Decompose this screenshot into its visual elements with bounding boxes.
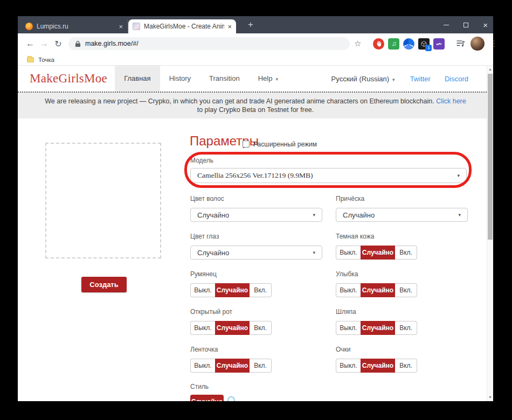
hairstyle-select[interactable]: Случайно▾ [336, 208, 468, 222]
scroll-up-icon[interactable]: ▲ [487, 67, 493, 71]
control-ribbon: Ленточка Выкл. Случайно Вкл. [190, 346, 322, 373]
toggle-option-random[interactable]: Случайно [215, 359, 250, 373]
page-scrollbar[interactable]: ▲ ▼ [487, 66, 493, 401]
toggle-option-random[interactable]: Случайно [361, 246, 395, 260]
chevron-down-icon: ▾ [313, 250, 315, 255]
reload-icon[interactable]: ↻ [51, 39, 65, 49]
tab-lumpics[interactable]: Lumpics.ru × [21, 19, 128, 33]
close-icon[interactable]: × [483, 21, 488, 29]
toggle-option-off[interactable]: Выкл. [336, 359, 361, 373]
toggle-option-random[interactable]: Случайно [361, 321, 395, 335]
nav-item-help[interactable]: Help▾ [249, 66, 287, 92]
glasses-toggle: Выкл. Случайно Вкл. [336, 359, 468, 373]
tab-close-icon[interactable]: × [119, 23, 123, 31]
toggle-option-on[interactable]: Вкл. [395, 321, 417, 335]
globe-extension-icon[interactable] [403, 38, 414, 50]
extension-icons: ♫ 1 [373, 38, 445, 50]
cube-extension-icon[interactable]: 1 [418, 38, 430, 50]
toggle-option-random[interactable]: Случайно [215, 321, 250, 335]
style-slider-handle[interactable] [227, 396, 235, 401]
ribbon-toggle: Выкл. Случайно Вкл. [190, 359, 322, 373]
model-value: Camellia 256x256 Ver.171219 (9.9MB) [197, 171, 313, 180]
generate-button[interactable]: Создать [81, 277, 127, 292]
control-glasses: Очки Выкл. Случайно Вкл. [336, 346, 468, 373]
style-label: Стиль [190, 383, 209, 390]
language-selector[interactable]: Русский (Russian)▾ [331, 75, 395, 83]
bookmark-star-icon[interactable]: ☆ [354, 39, 361, 48]
tab-close-icon[interactable]: × [227, 23, 232, 31]
extension-badge: 1 [425, 45, 432, 51]
control-open-mouth: Открытый рот Выкл. Случайно Вкл. [190, 308, 322, 335]
toggle-option-random[interactable]: Случайно [361, 359, 395, 373]
maximize-icon[interactable] [463, 23, 468, 27]
scroll-down-icon[interactable]: ▼ [487, 395, 493, 399]
controls-grid: Цвет волос Случайно▾ Причёска Случайно▾ … [190, 195, 468, 373]
main-nav: Главная History Transition Help▾ [115, 66, 287, 92]
music-extension-icon[interactable]: ♫ [388, 38, 399, 50]
announcement-banner: We are releasing a new project — Crypko,… [18, 92, 493, 118]
nav-item-home[interactable]: Главная [115, 66, 160, 92]
chevron-down-icon: ▾ [458, 212, 461, 218]
toggle-option-on[interactable]: Вкл. [250, 283, 272, 297]
forward-icon: → [37, 39, 51, 48]
chrome-menu-icon[interactable]: ⋮ [490, 39, 498, 48]
site-logo[interactable]: MakeGirlsMoe [30, 72, 107, 86]
chevron-down-icon: ▾ [275, 76, 278, 82]
page-content: MakeGirlsMoe Главная History Transition … [18, 66, 493, 401]
advanced-mode-checkbox[interactable] [243, 141, 250, 148]
scrollbar-thumb[interactable] [488, 74, 493, 240]
url-bar[interactable]: make.girls.moe/#/ [68, 37, 350, 50]
toggle-option-on[interactable]: Вкл. [395, 283, 417, 297]
toggle-option-off[interactable]: Выкл. [190, 283, 215, 297]
nav-item-transition[interactable]: Transition [200, 66, 249, 92]
control-hairstyle: Причёска Случайно▾ [336, 195, 468, 222]
toggle-option-off[interactable]: Выкл. [336, 321, 361, 335]
twitter-link[interactable]: Twitter [410, 75, 431, 83]
purple-extension-icon[interactable] [433, 38, 445, 50]
browser-titlebar: Lumpics.ru × MakeGirlsMoe - Create Anime… [18, 16, 493, 33]
hair-color-select[interactable]: Случайно▾ [190, 208, 322, 222]
chevron-down-icon: ▾ [392, 77, 395, 82]
tab-makegirlsmoe[interactable]: MakeGirlsMoe - Create Anime Ch × [128, 19, 236, 33]
new-tab-button[interactable]: + [244, 18, 257, 31]
discord-link[interactable]: Discord [445, 75, 468, 83]
minimize-icon[interactable] [444, 25, 449, 25]
eye-color-select[interactable]: Случайно▾ [190, 246, 322, 260]
lumpics-favicon [25, 23, 33, 30]
smile-toggle: Выкл. Случайно Вкл. [336, 283, 468, 297]
toggle-option-off[interactable]: Выкл. [190, 321, 215, 335]
url-text[interactable]: make.girls.moe/#/ [85, 40, 139, 47]
dark-skin-toggle: Выкл. Случайно Вкл. [336, 246, 468, 260]
toggle-option-off[interactable]: Выкл. [336, 283, 361, 297]
site-header: MakeGirlsMoe Главная History Transition … [18, 66, 493, 92]
adblock-extension-icon[interactable] [373, 38, 384, 50]
blush-toggle: Выкл. Случайно Вкл. [190, 283, 322, 297]
click-here-link[interactable]: Click here [436, 97, 466, 105]
toggle-option-off[interactable]: Выкл. [336, 246, 361, 260]
banner-text-after: to play Crypko Beta on Testnet for free. [197, 106, 314, 114]
toggle-option-on[interactable]: Вкл. [395, 359, 417, 373]
control-eye-color: Цвет глаз Случайно▾ [190, 233, 322, 260]
control-dark-skin: Темная кожа Выкл. Случайно Вкл. [336, 233, 468, 260]
image-placeholder [45, 143, 161, 258]
model-select[interactable]: Camellia 256x256 Ver.171219 (9.9MB) ▾ [190, 168, 467, 183]
profile-avatar[interactable] [471, 37, 485, 51]
toggle-option-on[interactable]: Вкл. [395, 246, 417, 260]
browser-window: Lumpics.ru × MakeGirlsMoe - Create Anime… [18, 16, 493, 401]
back-icon[interactable]: ← [23, 39, 37, 48]
toggle-option-random[interactable]: Случайно [361, 283, 395, 297]
chevron-down-icon: ▾ [313, 212, 315, 218]
toggle-option-random[interactable]: Случайно [215, 283, 250, 297]
folder-icon [27, 57, 34, 62]
toggle-option-on[interactable]: Вкл. [250, 321, 272, 335]
control-hat: Шляпа Выкл. Случайно Вкл. [336, 308, 468, 335]
style-random-button[interactable]: Случайно [190, 395, 224, 401]
nav-item-history[interactable]: History [160, 66, 200, 92]
control-blush: Румянец Выкл. Случайно Вкл. [190, 270, 322, 297]
playlist-icon[interactable] [455, 38, 466, 49]
toggle-option-off[interactable]: Выкл. [190, 359, 215, 373]
browser-toolbar: ← → ↻ make.girls.moe/#/ ☆ ♫ 1 [18, 33, 493, 54]
screenshot-frame: Lumpics.ru × MakeGirlsMoe - Create Anime… [0, 0, 512, 420]
toggle-option-on[interactable]: Вкл. [250, 359, 272, 373]
bookmark-folder[interactable]: Точка [38, 57, 54, 63]
